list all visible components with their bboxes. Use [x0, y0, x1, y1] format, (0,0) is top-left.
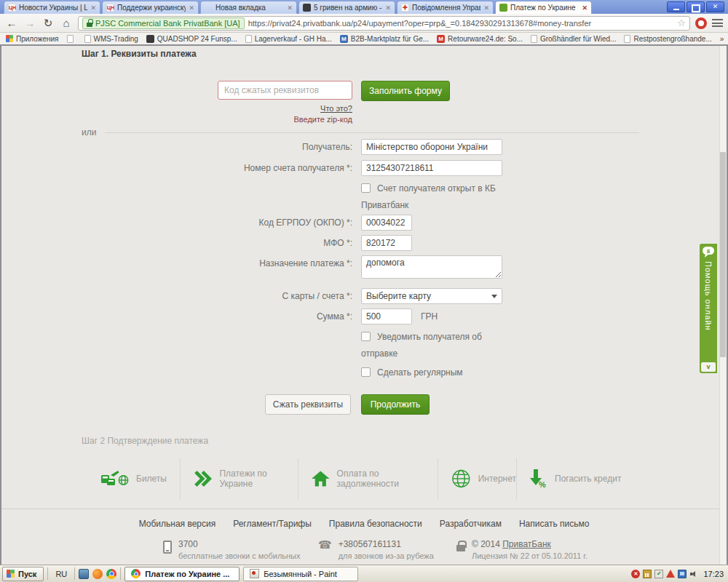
task-button-label: Платеж по Украине ...	[145, 570, 229, 578]
checkbox[interactable]	[361, 332, 371, 341]
task-button-paint[interactable]: Безымянный - Paint	[243, 567, 358, 581]
back-icon[interactable]: ←	[5, 15, 18, 31]
tab-5-hryven[interactable]: 5 гривен на армию - СНБО ✕	[298, 1, 395, 14]
help-banner-label: Помощь онлайн	[704, 261, 713, 362]
help-banner-collapse-chevron[interactable]: v	[701, 362, 716, 372]
restore-icon[interactable]	[687, 1, 705, 12]
tab-close-icon[interactable]: ✕	[582, 4, 587, 12]
scrollbar-thumb[interactable]	[720, 152, 726, 357]
fill-form-button[interactable]: Заполнить форму	[361, 81, 450, 101]
firefox-icon[interactable]	[92, 569, 103, 579]
mobile-phone-icon	[163, 541, 172, 554]
tab-support-army[interactable]: ЦН Поддержи украинскую ар... ✕	[102, 1, 199, 14]
bookmarks-overflow-chevron[interactable]: »	[720, 35, 724, 43]
page-icon	[624, 35, 630, 43]
service-payments-ukraine[interactable]: Платежи по Украине	[180, 458, 298, 499]
online-help-banner[interactable]: s Помощь онлайн v	[700, 244, 717, 373]
what-is-it-link[interactable]: Что это?	[218, 104, 352, 113]
footer-link-tariffs[interactable]: Регламент/Тарифы	[233, 519, 312, 529]
footer-link-mobile[interactable]: Мобильная версия	[139, 519, 216, 529]
bookmark-restposten[interactable]: Restpostengroßhande...	[624, 35, 711, 43]
bookmark-grosshaendler[interactable]: Großhändler für Wied...	[531, 35, 616, 43]
bookmark-blank[interactable]	[67, 35, 76, 43]
tray-chart-icon[interactable]	[643, 570, 652, 578]
bookmark-retourware[interactable]: MRetourware24.de: So...	[437, 35, 523, 43]
language-indicator[interactable]: RU	[52, 570, 71, 578]
tray-warning-icon[interactable]	[666, 570, 675, 578]
m-red-icon: M	[437, 35, 445, 43]
tab-close-icon[interactable]: ✕	[287, 4, 293, 12]
bookmark-lagerverkauf[interactable]: Lagerverkauf - GH Ha...	[245, 35, 332, 43]
scrollbar-track[interactable]	[719, 46, 727, 565]
m-blue-icon: M	[340, 35, 348, 43]
account-in-privatbank-checkbox-row[interactable]: Счет получателя открыт в КБ Приватбанк	[361, 180, 510, 214]
tab-close-icon[interactable]: ✕	[90, 4, 96, 12]
service-repay-credit[interactable]: % Погасить кредит	[516, 458, 643, 499]
overflow-chevron-icon: »	[720, 35, 724, 43]
show-desktop-icon[interactable]	[79, 569, 89, 579]
task-button-chrome[interactable]: Платеж по Украине ...	[124, 567, 240, 581]
chrome-icon	[131, 569, 141, 578]
purpose-field[interactable]: допомога	[361, 255, 502, 279]
account-number-field[interactable]	[361, 160, 502, 176]
taskbar-separator	[47, 567, 48, 580]
url-text: https://privat24.privatbank.ua/p24/upaym…	[248, 19, 674, 28]
bookmark-b2b[interactable]: MB2B-Marktplatz für Ge...	[340, 35, 429, 43]
bookmark-wms[interactable]: WMS-Trading	[84, 35, 138, 43]
services-menu: Билеты Платежи по Украине Оплата по задо…	[98, 458, 643, 500]
tab-news[interactable]: ЦН Новости Украины | Ценз... ✕	[4, 1, 100, 14]
bookmark-label: Приложения	[16, 35, 59, 43]
compressed-code-input[interactable]	[218, 81, 352, 100]
continue-button[interactable]: Продолжить	[361, 394, 430, 415]
recipient-field[interactable]	[361, 139, 502, 155]
cenzor-favicon: ЦН	[8, 4, 16, 12]
tab-new[interactable]: Новая вкладка ✕	[200, 1, 297, 14]
tab-close-icon[interactable]: ✕	[483, 4, 489, 12]
compress-requisites-button[interactable]: Сжать реквизиты	[265, 394, 351, 415]
tab-payment-active[interactable]: Платеж по Украине ✕	[495, 1, 592, 14]
taskbar-clock[interactable]: 17:23	[703, 570, 724, 578]
bookmark-apps[interactable]: Приложения	[6, 35, 59, 43]
card-select[interactable]: Выберите карту	[361, 288, 502, 304]
divider-line	[105, 132, 639, 133]
ev-certificate-badge[interactable]: PJSC Commercial Bank PrivatBank [UA]	[82, 17, 245, 29]
close-icon[interactable]	[706, 1, 724, 12]
notify-recipient-checkbox-row[interactable]: Уведомить получателя об отправке	[361, 329, 510, 362]
address-bar[interactable]: PJSC Commercial Bank PrivatBank [UA] htt…	[78, 16, 690, 31]
reload-icon[interactable]: ↻	[41, 15, 55, 31]
bookmark-quadshop[interactable]: QUADSHOP 24 Funsp...	[146, 35, 237, 43]
footer-link-write-letter[interactable]: Написать письмо	[519, 519, 589, 529]
tab-close-icon[interactable]: ✕	[189, 4, 194, 12]
tray-network-icon[interactable]	[678, 570, 687, 578]
tab-close-icon[interactable]: ✕	[385, 4, 391, 12]
amount-field[interactable]	[361, 308, 412, 324]
start-button[interactable]: Пуск	[2, 567, 44, 581]
extension-icon[interactable]	[695, 17, 707, 29]
service-tickets[interactable]: Билеты	[98, 458, 180, 499]
forward-icon[interactable]: →	[23, 15, 36, 31]
checkbox[interactable]	[361, 183, 371, 193]
license-text: Лицензия № 22 от 05.10.2011 г.	[472, 551, 587, 560]
chrome-icon[interactable]	[106, 569, 116, 579]
step1-title: Шаг 1. Реквизиты платежа	[82, 49, 197, 59]
taskbar-separator	[120, 567, 121, 580]
tray-volume-icon[interactable]	[689, 570, 698, 578]
footer-link-security[interactable]: Правила безопасности	[329, 519, 422, 529]
make-regular-checkbox-row[interactable]: Сделать регулярным	[361, 364, 510, 381]
bookmark-star-icon[interactable]: ☆	[677, 17, 686, 28]
privatbank-link[interactable]: ПриватБанк	[502, 539, 551, 549]
tray-shield-check-icon[interactable]	[654, 570, 663, 578]
tab-povidomlennya[interactable]: ✚ Повідомлення Управління ✕	[397, 1, 494, 14]
okpo-field[interactable]	[361, 215, 412, 231]
minimize-icon[interactable]	[667, 1, 685, 12]
checkbox[interactable]	[361, 367, 371, 377]
account-number-label: Номер счета получателя *:	[82, 163, 352, 173]
home-icon[interactable]: ⌂	[60, 15, 73, 31]
footer-link-developers[interactable]: Разработчикам	[440, 519, 502, 529]
tray-error-icon[interactable]	[631, 570, 640, 578]
service-internet[interactable]: Интернет	[438, 458, 516, 499]
mfo-field[interactable]	[361, 235, 412, 251]
currency-label: ГРН	[421, 311, 438, 322]
service-debt-payment[interactable]: Оплата по задолженности	[298, 458, 438, 499]
chrome-menu-icon[interactable]	[712, 19, 723, 27]
